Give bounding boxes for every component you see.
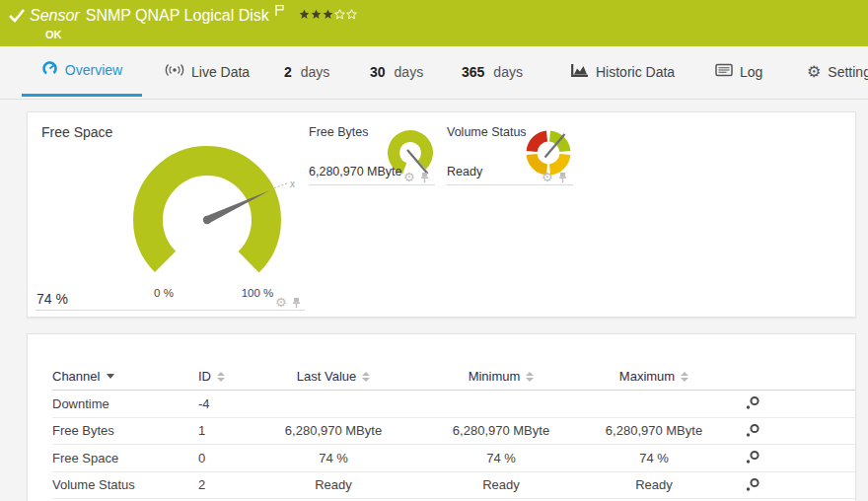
star-empty-icon <box>346 9 357 20</box>
channel-maximum: Ready <box>590 477 718 492</box>
channel-name: Volume Status <box>52 477 190 492</box>
channel-last-value: 6,280,970 MByte <box>254 423 412 438</box>
channel-minimum: 6,280,970 MByte <box>412 423 590 438</box>
column-header-minimum[interactable]: Minimum <box>412 369 590 384</box>
tab-label: days <box>301 64 330 80</box>
gauge-controls: ⚙ <box>542 171 567 183</box>
tab-label: Historic Data <box>596 64 675 80</box>
gauge-title-volume-status: Volume Status <box>447 125 527 139</box>
gauge-marker: x <box>290 179 295 189</box>
object-kind-label: Sensor <box>30 7 80 25</box>
volume-status-value: Ready <box>447 165 482 179</box>
column-header-maximum[interactable]: Maximum <box>590 369 718 384</box>
channel-maximum: 6,280,970 MByte <box>590 423 718 438</box>
channel-settings-icon[interactable] <box>745 477 760 493</box>
priority-stars[interactable] <box>299 9 357 20</box>
live-data-icon <box>165 63 184 80</box>
star-filled-icon <box>323 9 333 20</box>
gauge-icon <box>41 60 58 80</box>
channel-id: 2 <box>190 477 254 492</box>
sort-icon <box>362 372 370 382</box>
column-header-channel[interactable]: Channel <box>52 369 190 384</box>
channel-minimum: 74 % <box>412 451 590 465</box>
column-header-last-value[interactable]: Last Value <box>254 369 412 384</box>
sort-desc-icon <box>107 374 114 379</box>
star-filled-icon <box>311 9 322 20</box>
table-row[interactable]: Volume Status 2 Ready Ready Ready <box>52 472 855 500</box>
channel-maximum: 74 % <box>590 451 718 465</box>
tab-historic-data[interactable]: Historic Data <box>570 46 675 97</box>
gear-icon[interactable]: ⚙ <box>275 296 287 309</box>
pin-icon[interactable] <box>558 172 567 183</box>
channel-name: Free Space <box>52 451 190 465</box>
channel-settings-icon[interactable] <box>745 450 760 465</box>
tab-log[interactable]: Log <box>715 46 762 97</box>
tab-bar: Overview Live Data 2 days 30 days 365 <box>0 46 868 100</box>
sort-icon <box>681 372 688 382</box>
flag-icon[interactable] <box>274 3 285 21</box>
pin-icon[interactable] <box>292 297 301 309</box>
channel-id: 1 <box>190 423 254 438</box>
channel-name: Free Bytes <box>52 423 190 438</box>
gear-icon[interactable]: ⚙ <box>403 171 415 183</box>
table-row[interactable]: Free Bytes 1 6,280,970 MByte 6,280,970 M… <box>52 418 855 446</box>
free-bytes-value: 6,280,970 MByte <box>309 165 402 179</box>
gauge-title-free-space: Free Space <box>41 124 112 140</box>
channel-settings-icon[interactable] <box>745 395 760 411</box>
sort-icon <box>526 372 534 382</box>
tab-label: Overview <box>65 62 122 78</box>
column-header-id[interactable]: ID <box>190 369 254 384</box>
tab-2-days[interactable]: 2 days <box>284 46 329 97</box>
prtg-sensor-page: Sensor SNMP QNAP Logical Disk OK <box>0 0 868 501</box>
channels-panel: Channel ID Last Value Minimum Maximum Do… <box>27 333 856 501</box>
gauge-min-label: 0 % <box>144 287 183 299</box>
free-space-value: 74 % <box>36 291 68 307</box>
log-icon <box>715 63 733 80</box>
channel-minimum: Ready <box>412 477 590 492</box>
channel-last-value: Ready <box>254 477 412 492</box>
channel-name: Downtime <box>52 396 190 411</box>
ok-check-icon <box>8 8 26 27</box>
tab-settings[interactable]: ⚙ Settings <box>807 46 868 97</box>
tab-label: Settings <box>828 64 868 80</box>
tab-365-days[interactable]: 365 days <box>462 46 523 97</box>
tab-label: days <box>493 64 523 80</box>
pin-icon[interactable] <box>420 172 429 183</box>
chart-icon <box>570 63 589 81</box>
star-filled-icon <box>299 9 310 20</box>
table-row[interactable]: Free Space 0 74 % 74 % 74 % <box>52 445 855 472</box>
tab-overview[interactable]: Overview <box>22 46 142 97</box>
table-row[interactable]: Downtime -4 <box>52 391 855 418</box>
table-header-row: Channel ID Last Value Minimum Maximum <box>52 363 855 391</box>
free-space-gauge[interactable]: x <box>108 139 316 307</box>
tab-label: Log <box>740 64 762 80</box>
page-title: SNMP QNAP Logical Disk <box>86 7 269 25</box>
tab-number: 30 <box>370 64 386 80</box>
channel-id: 0 <box>190 451 254 465</box>
tab-30-days[interactable]: 30 days <box>370 46 423 97</box>
gear-icon[interactable]: ⚙ <box>542 171 553 183</box>
sort-icon <box>217 372 225 382</box>
tab-number: 2 <box>284 64 292 80</box>
status-badge: OK <box>45 29 62 40</box>
gauge-controls: ⚙ <box>403 171 429 183</box>
gauge-title-free-bytes: Free Bytes <box>309 125 368 139</box>
tab-number: 365 <box>462 64 484 80</box>
tab-live-data[interactable]: Live Data <box>165 46 250 97</box>
tab-label: Live Data <box>191 64 250 80</box>
channel-last-value: 74 % <box>254 451 412 465</box>
star-empty-icon <box>334 9 345 20</box>
tab-label: days <box>395 64 424 80</box>
channel-settings-icon[interactable] <box>745 423 760 439</box>
gauges-panel: Free Space x 0 % 100 % 74 % ⚙ Free Bytes… <box>27 111 856 318</box>
gear-icon: ⚙ <box>807 64 821 80</box>
sensor-status-header: Sensor SNMP QNAP Logical Disk OK <box>0 0 868 46</box>
channel-table: Channel ID Last Value Minimum Maximum Do… <box>28 334 855 499</box>
channel-id: -4 <box>190 396 254 411</box>
gauge-controls: ⚙ <box>275 296 301 309</box>
